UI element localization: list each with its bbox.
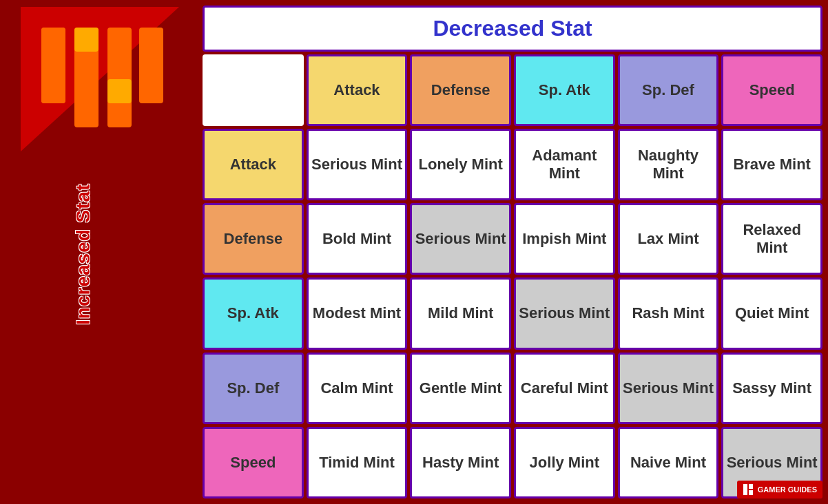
svg-rect-3 [41, 79, 65, 103]
corner-cell [203, 54, 304, 126]
cell-4-2: Jolly Mint [514, 427, 615, 498]
svg-rect-6 [107, 28, 132, 127]
svg-rect-11 [749, 490, 753, 495]
cell-1-1: Serious Mint [410, 203, 511, 275]
col-header-3: Sp. Atk [514, 54, 615, 126]
logo-area: Increased Stat [0, 0, 200, 504]
row-header-0: Attack [203, 129, 304, 200]
row-header-3: Sp. Def [203, 353, 304, 424]
watermark: GAMER GUIDES [737, 481, 822, 498]
svg-rect-9 [743, 484, 747, 495]
cell-1-4: Relaxed Mint [721, 203, 822, 275]
col-header-4: Sp. Def [618, 54, 719, 126]
logo-icon [21, 7, 179, 151]
decreased-stat-header: Decreased Stat [203, 6, 822, 52]
table-area: Decreased Stat AttackDefenseSp. AtkSp. D… [200, 0, 828, 504]
cell-2-2: Serious Mint [514, 277, 615, 349]
row-header-2: Sp. Atk [203, 277, 304, 349]
increased-stat-label: Increased Stat [72, 183, 94, 324]
row-header-1: Defense [203, 203, 304, 275]
svg-rect-5 [74, 28, 99, 52]
cell-2-4: Quiet Mint [721, 277, 822, 349]
cell-2-0: Modest Mint [307, 277, 408, 349]
col-header-5: Speed [721, 54, 822, 126]
cell-3-2: Careful Mint [514, 353, 615, 424]
cell-1-0: Bold Mint [307, 203, 408, 275]
cell-0-2: Adamant Mint [514, 129, 615, 200]
row-header-4: Speed [203, 427, 304, 498]
cell-4-1: Hasty Mint [410, 427, 511, 498]
mint-grid: AttackDefenseSp. AtkSp. DefSpeedAttackSe… [203, 54, 822, 498]
cell-0-3: Naughty Mint [618, 129, 719, 200]
gamer-guides-icon [743, 483, 755, 496]
cell-0-4: Brave Mint [721, 129, 822, 200]
cell-4-0: Timid Mint [307, 427, 408, 498]
cell-1-3: Lax Mint [618, 203, 719, 275]
cell-3-1: Gentle Mint [410, 353, 511, 424]
svg-rect-2 [41, 28, 65, 52]
cell-3-0: Calm Mint [307, 353, 408, 424]
main-container: Increased Stat Decreased Stat AttackDefe… [0, 0, 828, 504]
cell-2-3: Rash Mint [618, 277, 719, 349]
cell-2-1: Mild Mint [410, 277, 511, 349]
cell-3-3: Serious Mint [618, 353, 719, 424]
cell-0-0: Serious Mint [307, 129, 408, 200]
cell-4-3: Naive Mint [618, 427, 719, 498]
svg-rect-10 [749, 484, 753, 489]
cell-0-1: Lonely Mint [410, 129, 511, 200]
svg-rect-7 [107, 79, 132, 103]
svg-rect-8 [139, 28, 163, 103]
col-header-2: Defense [410, 54, 511, 126]
col-header-1: Attack [307, 54, 408, 126]
cell-1-2: Impish Mint [514, 203, 615, 275]
cell-3-4: Sassy Mint [721, 353, 822, 424]
